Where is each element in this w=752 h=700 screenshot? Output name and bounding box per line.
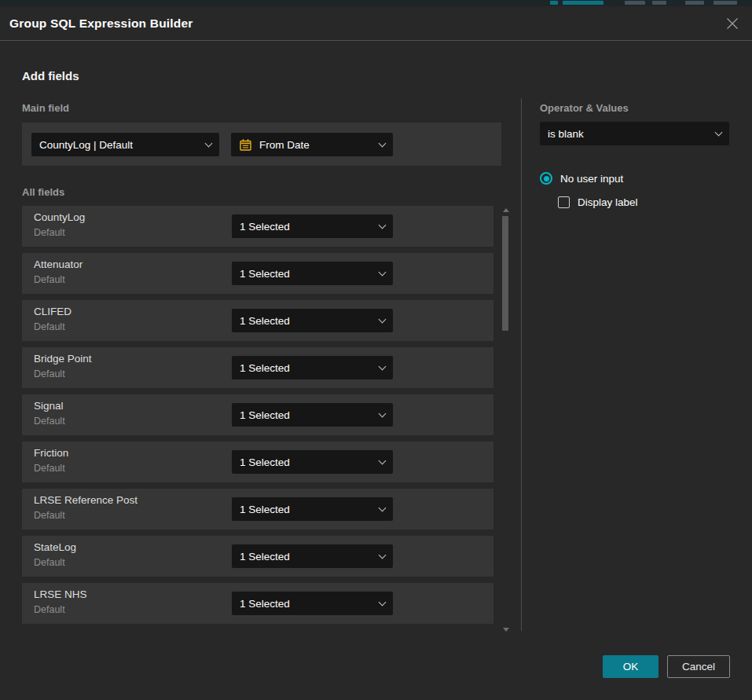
field-selection-value: 1 Selected — [240, 315, 373, 327]
chevron-down-icon — [379, 599, 387, 607]
field-selection-value: 1 Selected — [240, 598, 373, 610]
main-field-field-select[interactable]: From Date — [231, 133, 393, 156]
background-fragment — [713, 1, 737, 5]
chevron-down-icon — [379, 410, 387, 418]
field-selection-select[interactable]: 1 Selected — [232, 497, 393, 521]
field-row: CountyLog Default 1 Selected — [22, 206, 493, 247]
field-selection-value: 1 Selected — [240, 456, 373, 468]
display-label-checkbox[interactable]: Display label — [558, 196, 638, 208]
field-sublabel: Default — [34, 274, 65, 285]
scrollbar-thumb[interactable] — [502, 216, 508, 331]
group-sql-expression-builder-dialog: Group SQL Expression Builder Add fields … — [0, 6, 752, 700]
field-sublabel: Default — [34, 416, 65, 427]
main-field-field-value: From Date — [259, 139, 373, 151]
background-fragment — [550, 1, 558, 5]
scroll-down-icon[interactable] — [503, 628, 509, 632]
chevron-down-icon — [379, 363, 387, 371]
close-button[interactable] — [725, 16, 739, 31]
field-sublabel: Default — [34, 557, 65, 568]
fields-scrollbar[interactable] — [501, 206, 511, 636]
operator-values-label: Operator & Values — [540, 102, 629, 114]
background-fragment — [625, 1, 645, 5]
field-selection-value: 1 Selected — [240, 551, 373, 563]
background-fragment — [685, 1, 704, 5]
field-name: StateLog — [34, 541, 76, 553]
no-user-input-label: No user input — [560, 173, 623, 185]
field-sublabel: Default — [34, 604, 65, 615]
main-field-source-select[interactable]: CountyLog | Default — [31, 133, 219, 156]
field-row: Friction Default 1 Selected — [22, 442, 493, 482]
vertical-divider — [521, 98, 522, 631]
field-name: CountyLog — [34, 211, 85, 223]
field-name: Friction — [34, 447, 68, 459]
operator-select[interactable]: is blank — [540, 122, 729, 145]
field-selection-select[interactable]: 1 Selected — [232, 403, 393, 427]
field-selection-value: 1 Selected — [240, 409, 373, 421]
field-row: Bridge Point Default 1 Selected — [22, 347, 493, 388]
background-fragment — [652, 1, 666, 5]
field-name: LRSE NHS — [34, 588, 87, 600]
field-name: Signal — [34, 400, 64, 412]
field-row: LRSE NHS Default 1 Selected — [22, 583, 493, 624]
field-selection-select[interactable]: 1 Selected — [232, 214, 393, 238]
field-sublabel: Default — [34, 463, 65, 474]
field-sublabel: Default — [34, 227, 65, 238]
dialog-header: Group SQL Expression Builder — [0, 6, 752, 41]
field-selection-select[interactable]: 1 Selected — [232, 450, 393, 474]
checkbox-icon — [558, 196, 570, 208]
field-name: Attenuator — [34, 258, 83, 270]
display-label-label: Display label — [578, 196, 638, 208]
field-row: StateLog Default 1 Selected — [22, 536, 493, 577]
field-name: Bridge Point — [34, 353, 92, 365]
field-selection-value: 1 Selected — [240, 362, 373, 374]
chevron-down-icon — [379, 222, 387, 229]
field-selection-value: 1 Selected — [240, 221, 373, 233]
chevron-down-icon — [379, 504, 387, 512]
ok-button[interactable]: OK — [603, 655, 658, 678]
chevron-down-icon — [379, 269, 387, 277]
field-sublabel: Default — [34, 321, 65, 332]
main-field-source-value: CountyLog | Default — [39, 139, 200, 151]
chevron-down-icon — [379, 140, 387, 148]
background-fragment — [563, 1, 603, 5]
add-fields-heading: Add fields — [22, 69, 79, 82]
background-app-bar — [0, 0, 752, 6]
field-row: Attenuator Default 1 Selected — [22, 253, 493, 294]
calendar-icon — [239, 138, 252, 152]
close-icon — [726, 17, 739, 30]
chevron-down-icon — [379, 552, 387, 559]
scroll-up-icon[interactable] — [503, 208, 509, 212]
operator-value: is blank — [548, 128, 710, 140]
main-field-label: Main field — [22, 102, 69, 114]
field-selection-select[interactable]: 1 Selected — [232, 356, 393, 379]
chevron-down-icon — [379, 316, 387, 324]
field-sublabel: Default — [34, 368, 65, 379]
all-fields-list: CountyLog Default 1 Selected Attenuator … — [22, 206, 493, 624]
field-selection-select[interactable]: 1 Selected — [232, 544, 393, 568]
chevron-down-icon — [379, 457, 387, 465]
field-selection-select[interactable]: 1 Selected — [232, 309, 393, 332]
field-selection-select[interactable]: 1 Selected — [232, 592, 393, 615]
field-name: CLIFED — [34, 306, 72, 317]
all-fields-label: All fields — [22, 186, 64, 198]
field-name: LRSE Reference Post — [34, 494, 138, 506]
cancel-button[interactable]: Cancel — [667, 655, 730, 678]
chevron-down-icon — [715, 129, 723, 137]
field-row: CLIFED Default 1 Selected — [22, 300, 493, 341]
field-row: Signal Default 1 Selected — [22, 394, 493, 435]
field-selection-select[interactable]: 1 Selected — [232, 262, 393, 285]
chevron-down-icon — [205, 140, 213, 148]
field-sublabel: Default — [34, 510, 65, 521]
radio-icon — [540, 172, 552, 185]
field-row: LRSE Reference Post Default 1 Selected — [22, 489, 493, 530]
field-selection-value: 1 Selected — [240, 268, 373, 280]
main-field-panel: CountyLog | Default From Date — [22, 123, 501, 166]
no-user-input-radio[interactable]: No user input — [540, 172, 623, 185]
dialog-title: Group SQL Expression Builder — [9, 6, 193, 41]
field-selection-value: 1 Selected — [240, 504, 373, 515]
